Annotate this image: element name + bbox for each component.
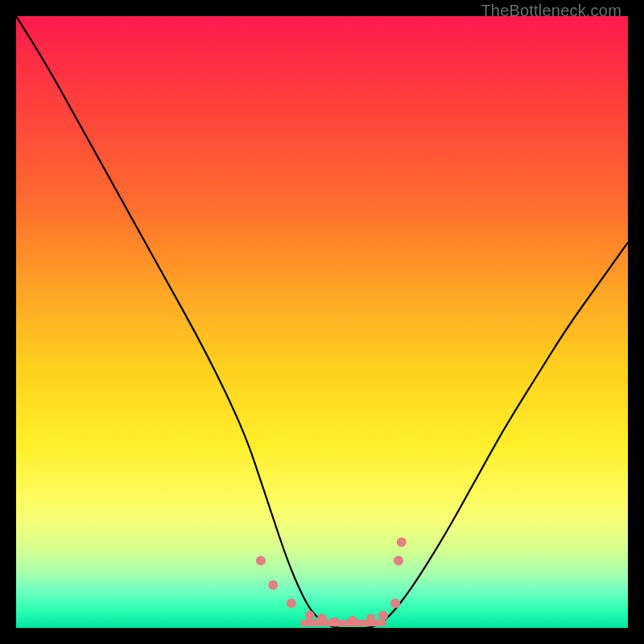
chart-svg: [16, 16, 628, 628]
marker-dots-group: [256, 538, 407, 627]
plot-area: [16, 16, 628, 628]
marker-dot: [390, 599, 400, 609]
marker-dot: [287, 599, 296, 609]
marker-dot: [256, 555, 266, 565]
marker-dot: [329, 617, 339, 626]
marker-dot: [394, 555, 403, 565]
marker-dot: [378, 611, 388, 621]
bottleneck-curve-path: [16, 16, 628, 628]
chart-frame: TheBottleneck.com: [0, 0, 644, 644]
marker-dot: [348, 616, 357, 625]
marker-dot: [317, 614, 327, 624]
marker-dot: [366, 614, 376, 624]
marker-dot: [268, 580, 278, 590]
marker-dot: [397, 538, 407, 547]
marker-dot: [305, 611, 315, 621]
